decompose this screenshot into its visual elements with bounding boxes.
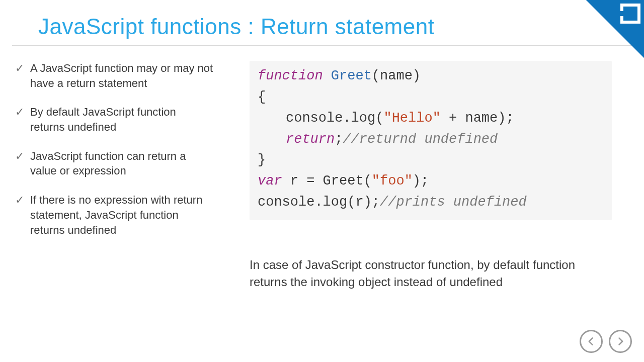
code-text: console.log( [286,111,383,126]
code-line: return;//returnd undefined [258,129,604,150]
slide: JavaScript functions : Return statement … [0,0,644,362]
bullet-item: ✓ JavaScript function can return a value… [15,149,213,178]
check-icon: ✓ [15,149,24,164]
code-fn-name: Greet [323,68,372,83]
code-text: console.log(r); [258,195,380,210]
check-icon: ✓ [15,105,24,120]
content-row: ✓ A JavaScript function may or may not h… [0,46,644,290]
code-line: console.log("Hello" + name); [258,108,604,129]
code-snippet: function Greet(name) { console.log("Hell… [250,61,612,220]
arrow-left-icon [586,336,596,346]
code-line: } [258,150,604,171]
code-line: function Greet(name) [258,66,604,87]
code-keyword: function [258,68,323,83]
code-line: var r = Greet("foo"); [258,171,604,192]
arrow-right-icon [615,336,625,346]
bullet-text: JavaScript function can return a value o… [30,149,213,178]
code-string: "Hello" [383,111,440,126]
code-keyword: return [286,132,335,147]
code-comment: //returnd undefined [343,132,498,147]
code-line: console.log(r);//prints undefined [258,192,604,213]
code-text: { [258,89,266,105]
code-text: ; [335,132,343,147]
code-line: { [258,87,604,108]
code-text: + name); [441,111,514,126]
code-string: "foo" [372,173,413,189]
bullet-text: By default JavaScript function returns u… [30,105,213,134]
code-text: (name) [372,68,421,83]
code-keyword: var [258,173,282,189]
bullet-text: A JavaScript function may or may not hav… [30,61,213,90]
next-button[interactable] [609,330,632,353]
right-column: function Greet(name) { console.log("Hell… [213,61,632,290]
prev-button[interactable] [580,330,603,353]
bullet-item: ✓ By default JavaScript function returns… [15,105,213,134]
bullet-item: ✓ If there is no expression with return … [15,193,213,237]
code-text: ); [413,173,429,189]
check-icon: ✓ [15,193,24,208]
bullet-item: ✓ A JavaScript function may or may not h… [15,61,213,90]
code-text: r = Greet( [282,173,372,189]
check-icon: ✓ [15,61,24,76]
bullet-text: If there is no expression with return st… [30,193,213,237]
nav-buttons [580,330,632,353]
bullet-list: ✓ A JavaScript function may or may not h… [12,61,213,290]
slide-title: JavaScript functions : Return statement [0,0,644,45]
code-comment: //prints undefined [380,195,527,210]
code-text: } [258,152,266,167]
footnote-text: In case of JavaScript constructor functi… [250,256,612,290]
